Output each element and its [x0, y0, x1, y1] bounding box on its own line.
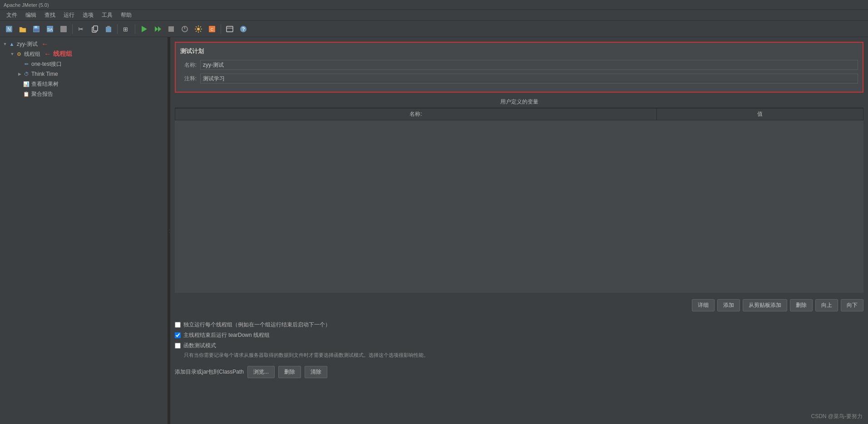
comment-input[interactable]: [200, 74, 858, 84]
classpath-clear-button[interactable]: 清除: [305, 366, 327, 378]
menu-find[interactable]: 查找: [41, 10, 59, 20]
up-button[interactable]: 向上: [815, 299, 838, 311]
svg-marker-16: [158, 26, 161, 32]
toolbar-copy[interactable]: [89, 23, 101, 35]
toolbar-saveas[interactable]: SA: [44, 23, 56, 35]
toolbar-sep-3: [135, 24, 135, 34]
test-plan-panel: 测试计划 名称: 注释:: [175, 42, 863, 93]
classpath-label: 添加目录或jar包到ClassPath: [175, 368, 244, 376]
menu-bar: 文件 编辑 查找 运行 选项 工具 帮助: [0, 10, 868, 21]
variables-section: 用户定义的变量 名称: 值: [175, 96, 863, 293]
comment-row: 注释:: [180, 74, 858, 84]
toolbar-start[interactable]: [138, 23, 150, 35]
title-bar: Apache JMeter (5.0): [0, 0, 868, 10]
tree-arrow-zyy: ▼: [2, 41, 8, 47]
browse-button[interactable]: 浏览...: [247, 366, 275, 378]
svg-rect-3: [35, 26, 37, 28]
variables-empty-row: [175, 120, 863, 293]
toolbar-shutdown[interactable]: [178, 23, 191, 35]
functional-description: 只有当你需要记录每个请求从服务器取得的数据到文件时才需要选择函数测试模式。选择这…: [175, 351, 863, 362]
clock-icon: ⏱: [23, 70, 30, 78]
sidebar-item-zyy-test[interactable]: ▼ ▲ zyy-测试 ←: [0, 39, 168, 49]
toolbar-expand[interactable]: ⊞: [120, 23, 133, 35]
main-layout: ▼ ▲ zyy-测试 ← ▼ ⚙ 线程组 ← 线程组 ✏ one-test接口 …: [0, 37, 868, 424]
variables-table: 名称: 值: [175, 108, 863, 293]
option-teardown: 主线程结束后运行 tearDown 线程组: [175, 330, 863, 340]
detail-button[interactable]: 详细: [692, 299, 715, 311]
paste-from-clipboard-button[interactable]: 从剪贴板添加: [743, 299, 787, 311]
options-section: 独立运行每个线程组（例如在一个组运行结束后启动下一个） 主线程结束后运行 tea…: [175, 318, 863, 364]
tree-arrow-view-results: [16, 81, 23, 87]
plan-icon: ▲: [8, 40, 15, 48]
sidebar-label-aggregate: 聚合报告: [31, 90, 53, 98]
tree-arrow-one-test: [16, 61, 23, 67]
svg-rect-12: [107, 26, 110, 28]
svg-marker-15: [155, 26, 158, 32]
toolbar-paste[interactable]: [102, 23, 115, 35]
menu-run[interactable]: 运行: [60, 10, 78, 20]
menu-file[interactable]: 文件: [3, 10, 21, 20]
panel-title: 测试计划: [180, 47, 858, 55]
toolbar-help[interactable]: ?: [237, 23, 250, 35]
sidebar-label-view-results: 查看结果树: [31, 80, 59, 88]
sidebar-item-think-time[interactable]: ▶ ⏱ Think Time: [0, 69, 168, 79]
classpath-delete-button[interactable]: 删除: [278, 366, 301, 378]
menu-help[interactable]: 帮助: [117, 10, 135, 20]
toolbar-revert[interactable]: [57, 23, 70, 35]
menu-edit[interactable]: 编辑: [22, 10, 40, 20]
thread-group-row: ▼ ⚙ 线程组 ← 线程组: [0, 49, 168, 59]
toolbar-stop[interactable]: [165, 23, 178, 35]
toolbar-sep-4: [221, 24, 221, 34]
menu-options[interactable]: 选项: [79, 10, 97, 20]
gear-icon: ⚙: [15, 50, 23, 58]
menu-tools[interactable]: 工具: [98, 10, 116, 20]
annotation-arrow-1: ←: [41, 40, 49, 48]
toolbar-settings[interactable]: [192, 23, 205, 35]
svg-text:✂: ✂: [78, 25, 84, 33]
content-area: 测试计划 名称: 注释: 用户定义的变量 名称: 值: [170, 37, 868, 424]
pencil-icon: ✏: [23, 60, 30, 68]
toolbar-cut[interactable]: ✂: [75, 23, 88, 35]
svg-rect-4: [34, 29, 39, 32]
sidebar-item-one-test[interactable]: ✏ one-test接口: [0, 59, 168, 69]
down-button[interactable]: 向下: [841, 299, 863, 311]
name-row: 名称:: [180, 60, 858, 70]
sidebar-item-thread-group[interactable]: ▼ ⚙ 线程组 ← 线程组: [0, 49, 168, 59]
toolbar-start-no-pause[interactable]: [151, 23, 164, 35]
svg-text:SA: SA: [47, 27, 53, 32]
sidebar-label-think-time: Think Time: [31, 71, 58, 77]
name-label: 名称:: [180, 61, 197, 69]
sidebar-label-zyy-test: zyy-测试: [17, 40, 38, 48]
sidebar-label-thread-group: 线程组: [24, 50, 40, 58]
sidebar-item-aggregate[interactable]: 📋 聚合报告: [0, 89, 168, 99]
toolbar-clear-all[interactable]: C: [206, 23, 218, 35]
classpath-section: 添加目录或jar包到ClassPath 浏览... 删除 清除: [175, 364, 863, 380]
independent-run-checkbox[interactable]: [175, 322, 181, 328]
aggregate-icon: 📋: [23, 90, 30, 98]
annotation-arrow-2: ←: [44, 50, 51, 58]
comment-label: 注释:: [180, 75, 197, 83]
teardown-checkbox[interactable]: [175, 332, 181, 338]
toolbar-new[interactable]: N: [3, 23, 15, 35]
toolbar-sep-1: [72, 24, 73, 34]
svg-rect-23: [227, 26, 233, 32]
variables-empty-body: [175, 120, 863, 293]
option-functional-mode: 函数测试模式: [175, 340, 863, 351]
toolbar-save[interactable]: [30, 23, 43, 35]
toolbar-open[interactable]: [16, 23, 29, 35]
svg-text:?: ?: [242, 26, 245, 32]
tree-arrow-aggregate: [16, 91, 23, 97]
svg-rect-10: [94, 26, 98, 31]
functional-mode-checkbox[interactable]: [175, 343, 181, 349]
annotation-text-thread: 线程组: [53, 50, 72, 58]
toolbar-sep-2: [117, 24, 118, 34]
add-button[interactable]: 添加: [717, 299, 740, 311]
name-input[interactable]: [200, 60, 858, 70]
toolbar-browse[interactable]: [223, 23, 236, 35]
tree-arrow-thread: ▼: [9, 51, 15, 57]
sidebar-item-view-results[interactable]: 📊 查看结果树: [0, 79, 168, 89]
watermark: CSDN @菜鸟-要努力: [811, 413, 863, 420]
results-tree-icon: 📊: [23, 80, 30, 88]
delete-button[interactable]: 删除: [790, 299, 813, 311]
functional-mode-label: 函数测试模式: [183, 342, 216, 350]
